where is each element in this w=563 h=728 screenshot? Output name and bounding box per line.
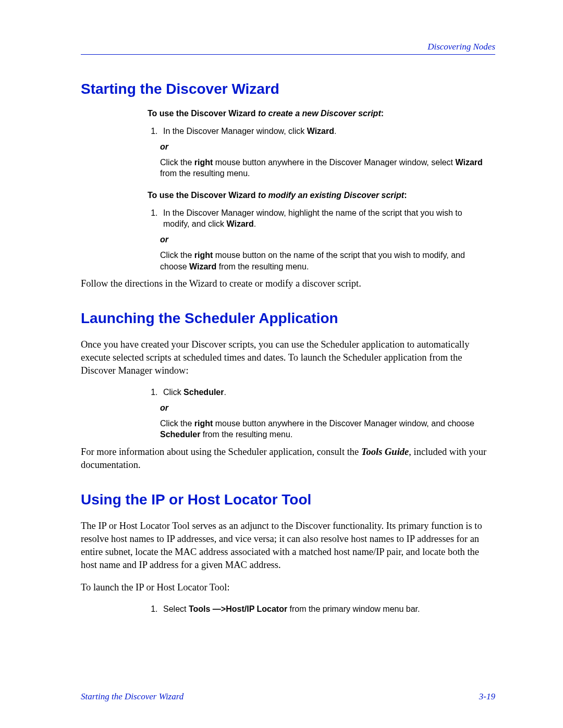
- alt-instruction: Click the right mouse button anywhere in…: [160, 418, 490, 440]
- steps-create: In the Discover Manager window, click Wi…: [148, 126, 490, 137]
- text-bold-italic: Tools Guide: [361, 447, 409, 457]
- scheduler-more: For more information about using the Sch…: [81, 446, 495, 472]
- text: mouse button anywhere in the Discover Ma…: [213, 158, 455, 167]
- footer-page: 3-19: [479, 692, 495, 702]
- text: from the primary window menu bar.: [287, 604, 420, 613]
- text: Click: [163, 388, 183, 397]
- text-bold: Scheduler: [160, 430, 200, 439]
- text-italic: to modify an existing Discover script: [258, 191, 404, 200]
- text: from the resulting menu.: [216, 262, 309, 271]
- step-item: In the Discover Manager window, click Wi…: [160, 126, 490, 137]
- text: .: [224, 388, 226, 397]
- scheduler-intro: Once you have created your Discover scri…: [81, 338, 495, 377]
- text-bold: right: [194, 251, 213, 260]
- or-divider: or: [160, 403, 490, 413]
- text: .: [254, 219, 256, 228]
- text: For more information about using the Sch…: [81, 447, 361, 457]
- lead-modify-script: To use the Discover Wizard to modify an …: [148, 191, 490, 200]
- text: :: [404, 191, 407, 200]
- text-bold: Wizard: [307, 127, 334, 135]
- heading-locator: Using the IP or Host Locator Tool: [81, 491, 495, 508]
- step-item: In the Discover Manager window, highligh…: [160, 207, 490, 230]
- section1-body: To use the Discover Wizard to create a n…: [148, 109, 490, 272]
- step-item: Select Tools —>Host/IP Locator from the …: [160, 603, 490, 615]
- text: .: [334, 127, 336, 135]
- or-divider: or: [160, 142, 490, 152]
- locator-launch: To launch the IP or Host Locator Tool:: [81, 581, 495, 594]
- text-bold: right: [194, 419, 213, 428]
- text: from the resulting menu.: [160, 169, 250, 178]
- alt-instruction: Click the right mouse button on the name…: [160, 250, 490, 272]
- text: In the Discover Manager window, highligh…: [163, 208, 462, 229]
- footer: Starting the Discover Wizard 3-19: [81, 692, 495, 702]
- alt-instruction: Click the right mouse button anywhere in…: [160, 157, 490, 179]
- section2-steps: Click Scheduler. or Click the right mous…: [148, 387, 490, 440]
- step-item: Click Scheduler.: [160, 387, 490, 398]
- steps-modify: In the Discover Manager window, highligh…: [148, 207, 490, 230]
- footer-left: Starting the Discover Wizard: [81, 692, 183, 702]
- steps-locator: Select Tools —>Host/IP Locator from the …: [148, 603, 490, 615]
- text-bold: Wizard: [227, 219, 254, 228]
- text-bold: Scheduler: [183, 388, 224, 397]
- lead-create-script: To use the Discover Wizard to create a n…: [148, 109, 490, 118]
- heading-starting-wizard: Starting the Discover Wizard: [81, 81, 495, 97]
- text: mouse button anywhere in the Discover Ma…: [213, 419, 474, 428]
- text: :: [381, 109, 384, 118]
- locator-intro: The IP or Host Locator Tool serves as an…: [81, 520, 495, 572]
- text: Select: [163, 604, 189, 613]
- heading-scheduler: Launching the Scheduler Application: [81, 310, 495, 327]
- text: from the resulting menu.: [200, 430, 292, 439]
- follow-text: Follow the directions in the Wizard to c…: [81, 277, 495, 290]
- steps-scheduler: Click Scheduler.: [148, 387, 490, 398]
- text: Click the: [160, 251, 194, 260]
- text-bold: right: [194, 158, 213, 167]
- text: To use the Discover Wizard: [148, 109, 258, 118]
- or-divider: or: [160, 235, 490, 244]
- header-topic: Discovering Nodes: [81, 42, 495, 52]
- text: Click the: [160, 419, 194, 428]
- text: In the Discover Manager window, click: [163, 127, 307, 135]
- header-rule: [81, 54, 495, 55]
- page: Discovering Nodes Starting the Discover …: [0, 0, 563, 728]
- text: Click the: [160, 158, 194, 167]
- text: To use the Discover Wizard: [148, 191, 258, 200]
- text-bold: Wizard: [189, 262, 216, 271]
- text-bold: Wizard: [455, 158, 482, 167]
- text-italic: to create a new Discover script: [258, 109, 381, 118]
- section3-steps: Select Tools —>Host/IP Locator from the …: [148, 603, 490, 615]
- text-bold: Tools —>Host/IP Locator: [189, 604, 287, 613]
